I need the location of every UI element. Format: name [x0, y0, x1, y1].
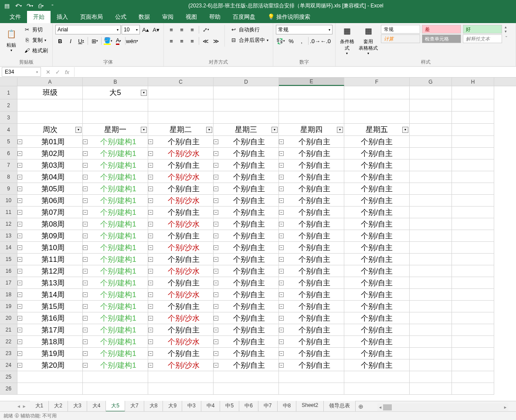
- font-name-combo[interactable]: Arial▾: [55, 25, 121, 34]
- cell-H5[interactable]: [452, 136, 494, 148]
- filter-icon[interactable]: ▾: [141, 90, 147, 96]
- row-header-4[interactable]: 4: [0, 124, 17, 136]
- cell-G6[interactable]: [410, 148, 452, 159]
- cell-C16[interactable]: −个别/沙水: [148, 265, 214, 277]
- tell-me-search[interactable]: 💡 操作说明搜索: [261, 11, 316, 23]
- cell-B6[interactable]: −个别/建构1: [83, 148, 148, 159]
- cell-C26[interactable]: [148, 383, 214, 395]
- cell-A24[interactable]: −第20周: [17, 359, 83, 371]
- redo-button[interactable]: ↷▾: [24, 1, 35, 10]
- cell-F21[interactable]: 个别/自主: [344, 324, 410, 336]
- cell-F19[interactable]: 个别/自主: [344, 301, 410, 312]
- row-header-17[interactable]: 17: [0, 277, 17, 289]
- collapse-icon[interactable]: −: [279, 198, 284, 203]
- scroll-thumb[interactable]: [383, 404, 392, 410]
- align-bottom-button[interactable]: ≡: [187, 25, 197, 34]
- collapse-icon[interactable]: −: [148, 245, 153, 250]
- wrap-text-button[interactable]: ↩自动换行: [228, 25, 270, 34]
- collapse-icon[interactable]: −: [214, 234, 218, 238]
- sheet-tab-大8[interactable]: 大8: [144, 401, 163, 412]
- column-header-D[interactable]: D: [214, 78, 279, 86]
- cell-D3[interactable]: [214, 112, 279, 124]
- cell-F25[interactable]: [344, 371, 410, 383]
- number-format-combo[interactable]: 常规▾: [276, 25, 333, 34]
- format-as-table-button[interactable]: ▦ 套用 表格格式▾: [357, 25, 379, 55]
- collapse-icon[interactable]: −: [148, 257, 153, 262]
- cell-B26[interactable]: [83, 383, 148, 395]
- collapse-icon[interactable]: −: [148, 198, 153, 203]
- cell-E1[interactable]: [279, 86, 344, 99]
- cell-B21[interactable]: −个别/建构1: [83, 324, 148, 336]
- align-top-button[interactable]: ≡: [166, 25, 176, 34]
- collapse-icon[interactable]: −: [279, 281, 284, 285]
- cell-G12[interactable]: [410, 218, 452, 230]
- row-header-7[interactable]: 7: [0, 159, 17, 171]
- collapse-icon[interactable]: −: [148, 363, 153, 368]
- row-header-14[interactable]: 14: [0, 242, 17, 254]
- sheet-area[interactable]: ABCDEFGH1班级大5▾234周次▾星期一▾星期二▾星期三▾星期四▾星期五▾…: [0, 78, 516, 409]
- row-header-20[interactable]: 20: [0, 312, 17, 324]
- ribbon-tab-审阅[interactable]: 审阅: [156, 11, 180, 23]
- sheet-tab-中5[interactable]: 中5: [220, 401, 239, 412]
- collapse-icon[interactable]: −: [17, 175, 22, 180]
- cell-D8[interactable]: −个别/自主: [214, 171, 279, 183]
- cell-E12[interactable]: −个别/自主: [279, 218, 344, 230]
- cell-G5[interactable]: [410, 136, 452, 148]
- cell-A6[interactable]: −第02周: [17, 148, 83, 159]
- cell-E11[interactable]: −个别/自主: [279, 207, 344, 218]
- cell-A18[interactable]: −第14周: [17, 289, 83, 301]
- cell-E17[interactable]: −个别/自主: [279, 277, 344, 289]
- cell-E9[interactable]: −个别/自主: [279, 183, 344, 195]
- cell-D17[interactable]: −个别/自主: [214, 277, 279, 289]
- collapse-icon[interactable]: −: [148, 222, 153, 227]
- collapse-icon[interactable]: −: [214, 339, 218, 344]
- collapse-icon[interactable]: −: [83, 210, 88, 215]
- copy-button[interactable]: ⎘复制 ▾: [22, 35, 50, 45]
- collapse-icon[interactable]: −: [148, 234, 153, 238]
- collapse-icon[interactable]: −: [83, 257, 88, 262]
- cell-H17[interactable]: [452, 277, 494, 289]
- cell-A3[interactable]: [17, 112, 83, 124]
- font-size-combo[interactable]: 10▾: [122, 25, 140, 34]
- row-header-18[interactable]: 18: [0, 289, 17, 301]
- collapse-icon[interactable]: −: [83, 269, 88, 274]
- cell-H1[interactable]: [452, 86, 494, 99]
- cut-button[interactable]: ✂剪切: [22, 25, 50, 34]
- fill-color-button[interactable]: 🪣▾: [103, 36, 113, 46]
- cell-F6[interactable]: 个别/自主: [344, 148, 410, 159]
- cell-B18[interactable]: −个别/建构1: [83, 289, 148, 301]
- cell-F16[interactable]: 个别/自主: [344, 265, 410, 277]
- collapse-icon[interactable]: −: [83, 339, 88, 344]
- filter-icon[interactable]: ▾: [141, 127, 147, 133]
- collapse-icon[interactable]: −: [17, 257, 22, 262]
- ribbon-tab-文件[interactable]: 文件: [3, 11, 27, 23]
- row-header-26[interactable]: 26: [0, 383, 17, 395]
- cell-E22[interactable]: −个别/自主: [279, 336, 344, 348]
- sheet-tab-大7[interactable]: 大7: [125, 401, 144, 412]
- cell-H7[interactable]: [452, 159, 494, 171]
- collapse-icon[interactable]: −: [83, 163, 88, 168]
- collapse-icon[interactable]: −: [83, 186, 88, 191]
- cell-C19[interactable]: −个别/自主: [148, 301, 214, 312]
- cell-H15[interactable]: [452, 254, 494, 265]
- cell-E15[interactable]: −个别/自主: [279, 254, 344, 265]
- cell-C24[interactable]: −个别/沙水: [148, 359, 214, 371]
- cell-E3[interactable]: [279, 112, 344, 124]
- row-header-21[interactable]: 21: [0, 324, 17, 336]
- cell-G8[interactable]: [410, 171, 452, 183]
- ribbon-tab-插入[interactable]: 插入: [51, 11, 74, 23]
- collapse-icon[interactable]: −: [214, 351, 218, 356]
- sheet-tab-中4[interactable]: 中4: [201, 401, 221, 412]
- filter-icon[interactable]: ▾: [206, 127, 212, 133]
- cell-A14[interactable]: −第10周: [17, 242, 83, 254]
- cell-A19[interactable]: −第15周: [17, 301, 83, 312]
- row-header-2[interactable]: 2: [0, 99, 17, 112]
- column-header-B[interactable]: B: [83, 78, 148, 86]
- cell-G15[interactable]: [410, 254, 452, 265]
- collapse-icon[interactable]: −: [279, 363, 284, 368]
- cell-G9[interactable]: [410, 183, 452, 195]
- cell-H23[interactable]: [452, 348, 494, 359]
- filter-icon[interactable]: ▾: [75, 127, 81, 133]
- filter-icon[interactable]: ▾: [272, 127, 278, 133]
- accept-formula-button[interactable]: ✓: [53, 69, 62, 75]
